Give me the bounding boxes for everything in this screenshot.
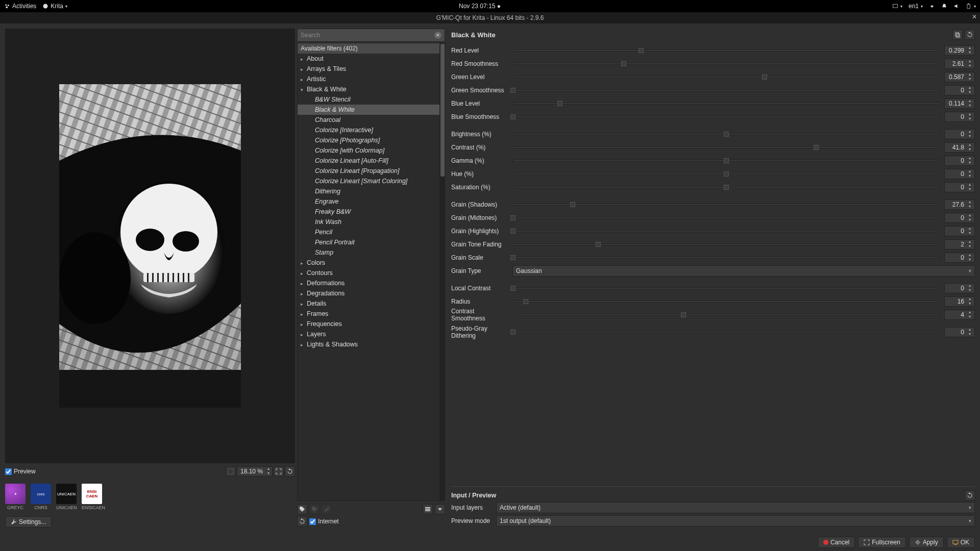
param-slider[interactable] bbox=[512, 86, 940, 94]
param-spinbox[interactable]: ▴▾ bbox=[944, 310, 975, 320]
tree-row[interactable]: Pencil bbox=[298, 227, 439, 237]
param-value[interactable] bbox=[945, 228, 966, 235]
battery-indicator[interactable]: ▾ bbox=[966, 3, 976, 9]
tree-row[interactable]: Freaky B&W bbox=[298, 207, 439, 217]
tree-row[interactable]: Frequencies bbox=[298, 319, 439, 329]
tree-row[interactable]: Colorize [Interactive] bbox=[298, 125, 439, 135]
search-clear-button[interactable]: ✕ bbox=[434, 32, 442, 39]
param-value[interactable] bbox=[945, 311, 966, 318]
preview-area[interactable] bbox=[5, 29, 295, 463]
tree-row[interactable]: Contours bbox=[298, 268, 439, 278]
param-value[interactable] bbox=[945, 285, 966, 292]
preview-mode-combo[interactable]: 1st output (default) bbox=[496, 515, 975, 527]
param-value[interactable] bbox=[945, 87, 966, 94]
tree-expand-button[interactable] bbox=[423, 504, 433, 514]
tree-row[interactable]: About bbox=[298, 54, 439, 64]
activities-button[interactable]: Activities bbox=[4, 3, 36, 10]
param-value[interactable] bbox=[945, 329, 966, 336]
app-menu[interactable]: Krita ▾ bbox=[42, 3, 67, 10]
param-value[interactable] bbox=[945, 157, 966, 164]
param-spinbox[interactable]: ▴▾ bbox=[944, 98, 975, 109]
param-spinbox[interactable]: ▴▾ bbox=[944, 226, 975, 236]
zoom-value[interactable] bbox=[237, 468, 265, 475]
tree-row[interactable]: Colorize Lineart [Propagation] bbox=[298, 166, 439, 176]
tree-row[interactable]: Deformations bbox=[298, 278, 439, 288]
param-slider[interactable] bbox=[512, 73, 940, 81]
param-slider[interactable] bbox=[512, 46, 940, 55]
tree-row[interactable]: Colorize [with Colormap] bbox=[298, 145, 439, 156]
wifi-icon[interactable] bbox=[929, 3, 935, 9]
tree-row[interactable]: Pencil Portrait bbox=[298, 237, 439, 247]
screencast-indicator[interactable]: ▾ bbox=[892, 3, 902, 9]
tree-row[interactable]: Colorize Lineart [Auto-Fill] bbox=[298, 156, 439, 166]
tree-row[interactable]: Artistic bbox=[298, 74, 439, 84]
param-spinbox[interactable]: ▴▾ bbox=[944, 296, 975, 307]
param-slider[interactable] bbox=[512, 113, 940, 121]
tree-row[interactable]: Arrays & Tiles bbox=[298, 64, 439, 74]
internet-checkbox[interactable]: Internet bbox=[309, 518, 339, 525]
fav-add-button[interactable] bbox=[297, 504, 307, 514]
param-value[interactable] bbox=[945, 100, 966, 107]
param-slider[interactable] bbox=[512, 130, 940, 138]
param-slider[interactable] bbox=[512, 254, 940, 262]
param-spinbox[interactable]: ▴▾ bbox=[944, 253, 975, 263]
param-spinbox[interactable]: ▴▾ bbox=[944, 112, 975, 122]
tree-row[interactable]: Colorize [Photographs] bbox=[298, 135, 439, 145]
apply-button[interactable]: Apply bbox=[909, 537, 944, 548]
tree-row[interactable]: Frames bbox=[298, 309, 439, 319]
zoom-reset-button[interactable] bbox=[285, 466, 295, 477]
zoom-spinbox[interactable]: ▴▾ bbox=[237, 466, 273, 477]
tree-row[interactable]: Lights & Shadows bbox=[298, 339, 439, 349]
tree-scrollbar[interactable] bbox=[440, 43, 445, 501]
preview-checkbox-input[interactable] bbox=[5, 468, 12, 475]
cancel-button[interactable]: Cancel bbox=[818, 537, 855, 548]
settings-button[interactable]: Settings... bbox=[5, 516, 52, 528]
param-slider[interactable] bbox=[512, 240, 940, 248]
panel-reset-button[interactable] bbox=[965, 30, 975, 40]
tree-row[interactable]: Charcoal bbox=[298, 115, 439, 125]
param-value[interactable] bbox=[945, 214, 966, 221]
param-value[interactable] bbox=[945, 60, 966, 67]
param-value[interactable] bbox=[945, 131, 966, 138]
param-spinbox[interactable]: ▴▾ bbox=[944, 199, 975, 210]
param-slider[interactable] bbox=[512, 284, 940, 292]
param-slider[interactable] bbox=[512, 227, 940, 235]
refresh-filters-button[interactable] bbox=[297, 516, 307, 527]
tree-row[interactable]: Dithering bbox=[298, 186, 439, 196]
zoom-down[interactable]: ▾ bbox=[265, 471, 272, 476]
param-slider[interactable] bbox=[512, 60, 940, 68]
tree-row[interactable]: Stamp bbox=[298, 247, 439, 258]
fav-rename-button[interactable] bbox=[322, 504, 332, 514]
param-value[interactable] bbox=[945, 241, 966, 248]
param-slider[interactable] bbox=[512, 214, 940, 222]
input-layers-combo[interactable]: Active (default) bbox=[496, 502, 975, 513]
param-slider[interactable] bbox=[512, 328, 940, 336]
param-value[interactable] bbox=[945, 298, 966, 305]
param-spinbox[interactable]: ▴▾ bbox=[944, 129, 975, 139]
preview-split-button[interactable] bbox=[226, 466, 236, 477]
close-button[interactable]: ✕ bbox=[972, 13, 977, 20]
param-slider[interactable] bbox=[512, 297, 940, 306]
param-value[interactable] bbox=[945, 73, 966, 81]
param-spinbox[interactable]: ▴▾ bbox=[944, 169, 975, 179]
preview-checkbox[interactable]: Preview bbox=[5, 468, 36, 475]
tree-row[interactable]: Details bbox=[298, 298, 439, 309]
param-spinbox[interactable]: ▴▾ bbox=[944, 239, 975, 249]
ok-button[interactable]: OK bbox=[947, 537, 975, 548]
param-spinbox[interactable]: ▴▾ bbox=[944, 72, 975, 82]
grain-type-combo[interactable]: Gaussian bbox=[512, 265, 975, 277]
param-value[interactable] bbox=[945, 113, 966, 120]
param-value[interactable] bbox=[945, 144, 966, 151]
io-reset-button[interactable] bbox=[965, 490, 975, 500]
input-lang[interactable]: en1▾ bbox=[909, 3, 923, 10]
tree-row[interactable]: Colorize Lineart [Smart Coloring] bbox=[298, 176, 439, 186]
param-spinbox[interactable]: ▴▾ bbox=[944, 59, 975, 69]
zoom-fit-button[interactable] bbox=[274, 466, 284, 477]
bell-icon[interactable] bbox=[941, 3, 947, 9]
param-value[interactable] bbox=[945, 184, 966, 191]
param-slider[interactable] bbox=[512, 170, 940, 178]
tree-row[interactable]: Degradations bbox=[298, 288, 439, 298]
search-input[interactable] bbox=[301, 32, 434, 39]
tree-row[interactable]: Black & White bbox=[298, 84, 439, 94]
param-slider[interactable] bbox=[512, 311, 940, 319]
